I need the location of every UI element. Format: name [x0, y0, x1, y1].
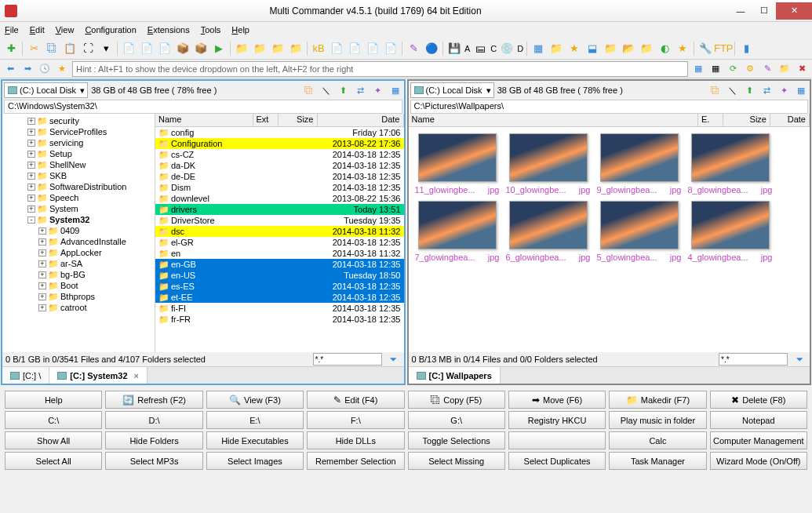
cut-icon[interactable]: ✂	[26, 41, 42, 56]
tool9-icon[interactable]: ▮	[738, 41, 754, 56]
tab[interactable]: [C:] Wallpapers	[409, 367, 501, 384]
close-button[interactable]: ✕	[776, 2, 812, 20]
tree-item[interactable]: +📁bg-BG	[4, 269, 153, 280]
list-row[interactable]: 📁en-GB2014-03-18 12:35	[155, 259, 404, 270]
list-row[interactable]: 📁fr-FR2014-03-18 12:35	[155, 314, 404, 325]
fn-button[interactable]: ✎Edit (F4)	[307, 391, 404, 409]
play-icon[interactable]: ▶	[211, 41, 227, 56]
col-ext[interactable]: E.	[698, 114, 723, 126]
col-ext[interactable]: Ext	[253, 114, 279, 126]
filter-icon[interactable]: ⏷	[387, 352, 401, 366]
fn-button[interactable]: Notepad	[710, 411, 807, 429]
r-p3-icon[interactable]: ⇄	[759, 83, 774, 97]
tree-item[interactable]: +📁SKB	[4, 170, 153, 181]
l-p4-icon[interactable]: ✦	[371, 83, 385, 97]
fn-button[interactable]: Toggle Selections	[408, 431, 505, 449]
maximize-button[interactable]: ☐	[752, 2, 776, 20]
fn-button[interactable]: D:\	[105, 411, 202, 429]
doc3-icon[interactable]: 📄	[365, 41, 381, 56]
list-row[interactable]: 📁da-DK2014-03-18 12:35	[155, 160, 404, 171]
col-date[interactable]: Date	[770, 114, 810, 126]
fn-button[interactable]: Computer Management	[710, 431, 807, 449]
folder2-icon[interactable]: 📁	[252, 41, 268, 56]
copy-icon[interactable]: ⿻	[44, 41, 60, 56]
tool8-icon[interactable]: 🔧	[697, 41, 713, 56]
thumbnail[interactable]: 5_glowingbea...jpg	[597, 201, 682, 262]
fn-button[interactable]: ➡Move (F6)	[508, 391, 606, 409]
hb4-icon[interactable]: ⚙	[743, 62, 757, 76]
l-p2-icon[interactable]: ＼	[319, 83, 333, 97]
star1-icon[interactable]: ★	[566, 41, 582, 56]
tool7-icon[interactable]: ◐	[657, 41, 672, 56]
package-icon[interactable]: 📦	[175, 41, 191, 56]
tool4-icon[interactable]: 📁	[603, 41, 618, 56]
left-filter[interactable]	[313, 353, 382, 366]
hb1-icon[interactable]: ▦	[691, 62, 705, 76]
menu-tools[interactable]: Tools	[201, 25, 221, 35]
forward-icon[interactable]: ➡	[20, 62, 35, 76]
list-row[interactable]: 📁et-EE2014-03-18 12:35	[155, 292, 404, 303]
right-filter[interactable]	[719, 353, 788, 366]
tree-item[interactable]: +📁security	[4, 115, 153, 126]
doc2-icon[interactable]: 📄	[347, 41, 362, 56]
list-row[interactable]: 📁en2014-03-18 11:32	[155, 248, 404, 259]
menu-configuration[interactable]: Configuration	[85, 25, 136, 35]
tool6-icon[interactable]: 📁	[639, 41, 654, 56]
right-listview[interactable]: Name E. Size Date 11_glowingbe...jpg10_g…	[409, 114, 810, 352]
l-p3-icon[interactable]: ⇄	[354, 83, 368, 97]
folder4-icon[interactable]: 📁	[288, 41, 304, 56]
drive-a-icon[interactable]: 💾	[446, 41, 462, 56]
fn-button[interactable]: Hide Folders	[105, 431, 202, 449]
fn-button[interactable]: Select MP3s	[105, 452, 202, 470]
back-icon[interactable]: ⬅	[3, 62, 17, 76]
fn-button[interactable]: Select Images	[206, 452, 304, 470]
r-up-icon[interactable]: ⬆	[742, 83, 756, 97]
file-out-icon[interactable]: 📄	[139, 41, 155, 56]
tree-item[interactable]: +📁ar-SA	[4, 258, 153, 269]
menu-view[interactable]: View	[56, 25, 75, 35]
tree-item[interactable]: +📁Boot	[4, 280, 153, 291]
fn-button[interactable]: Show All	[5, 431, 102, 449]
doc4-icon[interactable]: 📄	[383, 41, 399, 56]
fn-button[interactable]: ✖Delete (F8)	[710, 391, 807, 409]
edit-icon[interactable]: ✎	[406, 41, 421, 56]
tree-item[interactable]: +📁AppLocker	[4, 247, 153, 258]
file-add-icon[interactable]: 📄	[121, 41, 137, 56]
thumbnail[interactable]: 9_glowingbea...jpg	[597, 133, 682, 195]
menu-help[interactable]: Help	[231, 25, 249, 35]
hb2-icon[interactable]: ▦	[708, 62, 723, 76]
col-size[interactable]: Size	[723, 114, 770, 126]
hint-input[interactable]	[72, 61, 688, 77]
list-row[interactable]: 📁Dism2014-03-18 12:35	[155, 182, 404, 193]
list-row[interactable]: 📁cs-CZ2014-03-18 12:35	[155, 149, 404, 160]
fn-button[interactable]: G:\	[408, 411, 505, 429]
fn-button[interactable]: Wizard Mode (On/Off)	[710, 452, 807, 470]
list-row[interactable]: 📁downlevel2013-08-22 15:36	[155, 193, 404, 204]
history-icon[interactable]: 🕓	[38, 62, 52, 76]
fn-button[interactable]: Hide DLLs	[307, 431, 404, 449]
fn-button[interactable]: Select Duplicates	[508, 452, 606, 470]
l-p5-icon[interactable]: ▦	[388, 83, 402, 97]
fn-button[interactable]: F:\	[307, 411, 404, 429]
paste-icon[interactable]: 📋	[62, 41, 78, 56]
col-name[interactable]: Name	[155, 114, 253, 126]
right-drive-select[interactable]: (C:) Local Disk	[410, 82, 494, 98]
r-p2-icon[interactable]: ＼	[725, 83, 739, 97]
menu-file[interactable]: File	[5, 25, 19, 35]
tab[interactable]: [C:] \	[2, 367, 49, 384]
ftp-icon[interactable]: FTP	[716, 41, 731, 56]
list-row[interactable]: 📁de-DE2014-03-18 12:35	[155, 171, 404, 182]
star2-icon[interactable]: ★	[675, 41, 690, 56]
fn-button[interactable]: ⿻Copy (F5)	[408, 391, 505, 409]
fn-button[interactable]: 🔄Refresh (F2)	[105, 391, 202, 409]
hb7-icon[interactable]: ✖	[795, 62, 809, 76]
thumbnail[interactable]: 10_glowingbe...jpg	[506, 133, 591, 195]
l-up-icon[interactable]: ⬆	[337, 83, 351, 97]
drive-d-icon[interactable]: 💿	[499, 41, 515, 56]
tree-item[interactable]: +📁ShellNew	[4, 159, 153, 170]
color-icon[interactable]: 🔵	[424, 41, 439, 56]
tree-item[interactable]: -📁System32	[4, 214, 153, 225]
dropdown-icon[interactable]: ▾	[98, 41, 114, 56]
tool1-icon[interactable]: ▦	[530, 41, 546, 56]
fn-button[interactable]: Hide Executables	[206, 431, 304, 449]
